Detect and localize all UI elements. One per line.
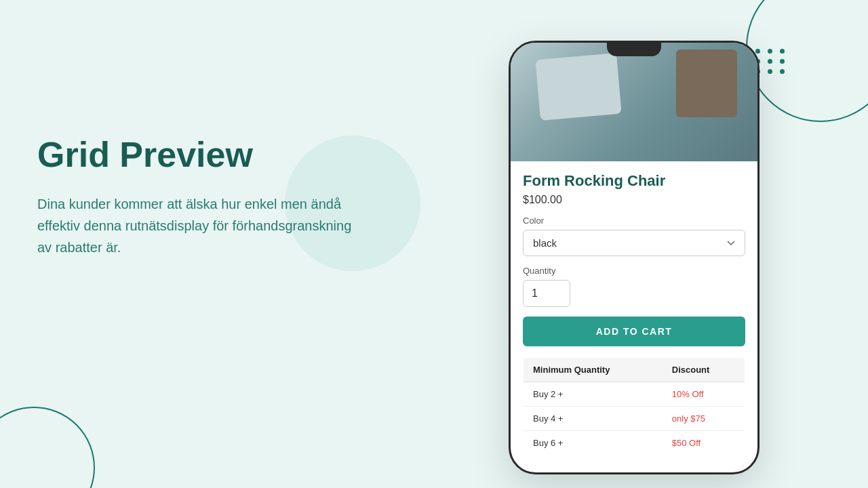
table-cell-qty: Buy 4 + [524,407,663,431]
product-details: Form Rocking Chair $100.00 Color black Q… [511,161,757,466]
table-row: Buy 2 +10% Off [524,382,745,407]
table-header-discount: Discount [663,358,745,382]
product-image [511,43,757,161]
table-header-qty: Minimum Quantity [524,358,663,382]
color-label: Color [523,216,745,226]
table-row: Buy 6 +$50 Off [524,431,745,455]
product-name: Form Rocking Chair [523,172,745,190]
table-row: Buy 4 +only $75 [524,407,745,431]
table-cell-qty: Buy 2 + [524,382,663,407]
table-cell-discount: $50 Off [663,431,745,455]
phone-notch [607,43,661,56]
decorative-circle-bottom-left [0,407,95,488]
product-price: $100.00 [523,194,745,206]
quantity-field: Quantity [523,266,745,317]
color-select[interactable]: black [523,230,745,256]
page-title: Grid Preview [37,136,390,174]
phone-content[interactable]: Form Rocking Chair $100.00 Color black Q… [511,43,757,472]
quantity-input[interactable] [523,280,570,307]
table-cell-discount: 10% Off [663,382,745,407]
table-cell-qty: Buy 6 + [524,431,663,455]
phone-mockup: Form Rocking Chair $100.00 Color black Q… [509,41,760,474]
color-field: Color black [523,216,745,266]
discount-table: Minimum Quantity Discount Buy 2 +10% Off… [523,357,745,455]
quantity-label: Quantity [523,266,745,276]
table-cell-discount: only $75 [663,407,745,431]
left-content-section: Grid Preview Dina kunder kommer att älsk… [37,136,390,258]
page-description: Dina kunder kommer att älska hur enkel m… [37,193,363,258]
add-to-cart-button[interactable]: ADD TO CART [523,317,745,346]
